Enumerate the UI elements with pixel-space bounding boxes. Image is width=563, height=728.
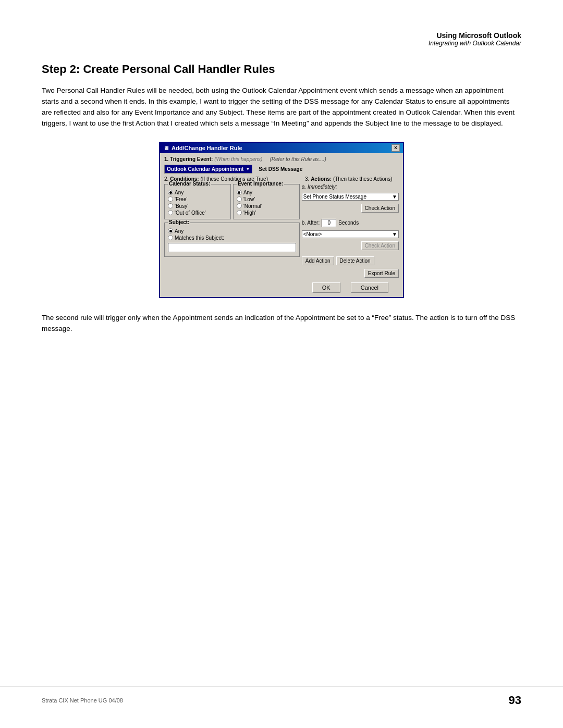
subject-input[interactable] [168,243,296,252]
radio-subject-any-icon [168,228,173,233]
subject-any[interactable]: Any [168,228,296,234]
main-content: Step 2: Create Personal Call Handler Rul… [0,52,563,367]
triggering-label: 1. Triggering Event: (When this happens) [164,156,262,162]
dropdown-arrow-icon: ▼ [246,167,250,171]
conditions-top-row: Calendar Status: Any 'Free' [164,184,300,219]
dialog-titlebar: 🖥 Add/Change Handler Rule × [160,143,403,153]
set-phone-status-dropdown[interactable]: Set Phone Status Message ▼ [302,193,399,201]
step-heading: Step 2: Create Personal Call Handler Rul… [42,63,521,76]
subject-matches[interactable]: Matches this Subject: [168,235,296,241]
radio-out-icon [168,210,173,215]
subject-legend: Subject: [168,219,190,225]
footer-divider [0,686,563,686]
importance-normal[interactable]: 'Normal' [237,203,296,209]
check-action-1-row: Check Action [302,204,399,213]
ok-button[interactable]: OK [312,282,340,293]
header-title: Using Microsoft Outlook [429,31,521,40]
after-row: b. After: Seconds [302,219,399,227]
event-importance-legend: Event Importance: [237,181,284,187]
check-action-2-button: Check Action [361,241,399,250]
actions-header: 3. Actions: (Then take these Actions) [305,176,392,182]
event-importance-fieldset: Event Importance: Any 'Low' [233,184,300,219]
refer-label: (Refer to this Rule as....) [270,156,326,162]
outlook-calendar-dropdown[interactable]: Outlook Calendar Appointment ▼ [164,165,252,174]
radio-busy-icon [168,203,173,208]
calendar-status-free[interactable]: 'Free' [168,196,227,202]
radio-any-icon [168,190,173,195]
event-dropdown-row: Outlook Calendar Appointment ▼ Set DSS M… [164,165,399,174]
body-paragraph-1: Two Personal Call Handler Rules will be … [42,85,521,129]
subject-fieldset: Subject: Any Matches this Subject: [164,223,300,257]
triggering-event-row: 1. Triggering Event: (When this happens)… [164,156,399,162]
subject-group: Any Matches this Subject: [168,228,296,241]
calendar-status-out-of-office[interactable]: 'Out of Office' [168,210,227,216]
dialog-container: 🖥 Add/Change Handler Rule × 1. Triggerin… [42,142,521,298]
importance-low[interactable]: 'Low' [237,196,296,202]
check-action-2-row: Check Action [302,241,399,250]
add-delete-row: Add Action Delete Action [302,256,399,265]
dialog-close-button[interactable]: × [391,144,400,152]
after-input[interactable] [322,219,336,227]
check-action-1-button[interactable]: Check Action [361,204,399,213]
body-paragraph-2: The second rule will trigger only when t… [42,313,521,335]
export-rule-row: Export Rule [302,269,399,278]
dialog-title-text: 🖥 Add/Change Handler Rule [163,145,242,151]
action-dropdown-row: Set Phone Status Message ▼ [302,193,399,201]
radio-subject-matches-icon [168,235,173,240]
header-right: Using Microsoft Outlook Integrating with… [429,31,521,47]
actions-panel: a. Immediately: Set Phone Status Message… [302,184,399,293]
calendar-status-busy[interactable]: 'Busy' [168,203,227,209]
none-dropdown-arrow-icon: ▼ [392,231,397,237]
conditions-panel: Calendar Status: Any 'Free' [164,184,300,293]
dialog-icon: 🖥 [163,145,169,151]
importance-any[interactable]: Any [237,190,296,195]
footer-left-text: Strata CIX Net Phone UG 04/08 [42,697,123,704]
footer-page-number: 93 [509,694,521,707]
page-container: Using Microsoft Outlook Integrating with… [0,0,563,728]
radio-low-icon [237,196,242,202]
delete-action-button[interactable]: Delete Action [336,256,374,265]
event-importance-group: Any 'Low' 'Normal' [237,190,296,216]
radio-normal-icon [237,203,242,208]
calendar-status-group: Any 'Free' 'Busy' [168,190,227,216]
panels-row: Calendar Status: Any 'Free' [164,184,399,293]
dropdown-arrow-2-icon: ▼ [392,194,397,200]
radio-free-icon [168,196,173,202]
cancel-button[interactable]: Cancel [351,282,388,293]
calendar-status-fieldset: Calendar Status: Any 'Free' [164,184,231,219]
header-subtitle: Integrating with Outlook Calendar [429,40,521,47]
calendar-status-legend: Calendar Status: [168,181,211,187]
dialog-window: 🖥 Add/Change Handler Rule × 1. Triggerin… [159,142,404,298]
ok-cancel-row: OK Cancel [302,282,399,293]
header-section: Using Microsoft Outlook Integrating with… [0,0,563,52]
radio-importance-any-icon [237,190,242,195]
set-dss-label: Set DSS Message [259,166,302,172]
dialog-body: 1. Triggering Event: (When this happens)… [160,153,403,297]
calendar-status-any[interactable]: Any [168,190,227,195]
add-action-button[interactable]: Add Action [302,256,334,265]
radio-high-icon [237,210,242,215]
footer: Strata CIX Net Phone UG 04/08 93 [42,694,521,707]
immediately-label: a. Immediately: [302,184,399,190]
export-rule-button[interactable]: Export Rule [364,269,399,278]
none-dropdown[interactable]: <None> ▼ [302,230,399,238]
importance-high[interactable]: 'High' [237,210,296,216]
